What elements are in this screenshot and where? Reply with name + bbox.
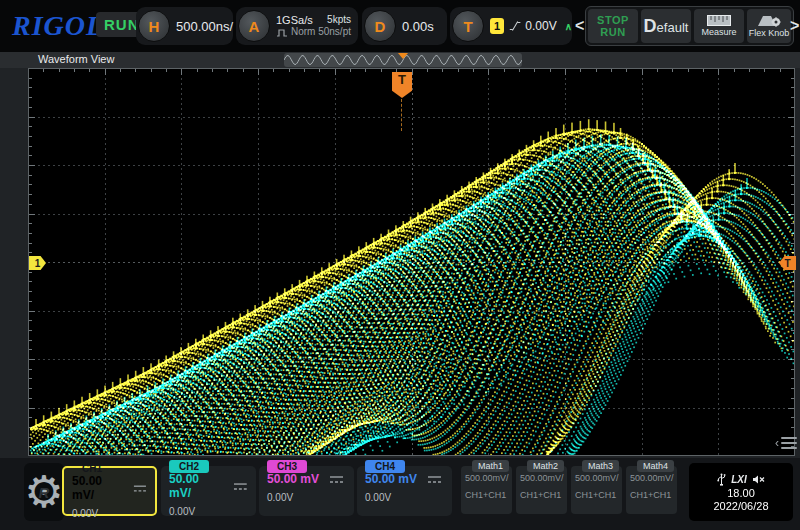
waveform-overview-bar[interactable] bbox=[284, 53, 522, 67]
ch2-scale: 50.00 mV/ bbox=[169, 472, 223, 500]
math2-scale: 500.00mV/ bbox=[520, 473, 567, 483]
dc-coupling-icon bbox=[329, 475, 344, 484]
sample-resolution: 50ns/pt bbox=[318, 26, 351, 38]
trigger-indicator: ∧ bbox=[565, 21, 572, 32]
toolbar-buttons: STOP RUN Default Measure bbox=[585, 6, 794, 46]
horizontal-knob[interactable]: H bbox=[138, 10, 170, 42]
knob-gear-icon bbox=[756, 14, 782, 27]
ch2-tab[interactable]: CH2 bbox=[169, 460, 209, 473]
math1-expression: CH1+CH1 bbox=[465, 490, 512, 500]
oscilloscope-app: RIGOL RUN H 500.00ns/ A 1GSa/s Norm 5kpt… bbox=[0, 0, 800, 530]
math1-tab[interactable]: Math1 bbox=[472, 460, 509, 472]
ch4-scale: 50.00 mV bbox=[365, 472, 417, 486]
ruler-icon bbox=[707, 15, 731, 26]
memory-depth: 5kpts bbox=[318, 14, 351, 26]
top-bar: RIGOL RUN H 500.00ns/ A 1GSa/s Norm 5kpt… bbox=[0, 0, 800, 52]
overview-position-triangle-icon[interactable] bbox=[398, 53, 408, 59]
lxi-badge: LXI bbox=[731, 474, 747, 485]
system-status-box[interactable]: LXI 18.00 2022/06/28 bbox=[689, 463, 793, 521]
ch2-offset: 0.00V bbox=[169, 506, 248, 517]
stop-run-button[interactable]: STOP RUN bbox=[588, 9, 638, 43]
ch4-offset: 0.00V bbox=[365, 492, 444, 503]
trigger-group[interactable]: T 1 0.00V ∧ bbox=[450, 7, 572, 45]
flex-knob-button[interactable]: Flex Knob bbox=[747, 9, 791, 43]
math-box-math3[interactable]: Math3 500.00mV/ CH1+CH1 bbox=[571, 466, 622, 514]
delay-value: 0.00s bbox=[402, 19, 434, 34]
channel-box-ch1[interactable]: CH1 50.00 mV/ 0.00V bbox=[62, 466, 157, 516]
math3-expression: CH1+CH1 bbox=[575, 490, 622, 500]
acquire-knob[interactable]: A bbox=[238, 10, 270, 42]
display-menu-icon[interactable]: ‹ bbox=[777, 436, 797, 452]
trigger-level-value: 0.00V bbox=[525, 19, 556, 33]
system-time: 18.00 bbox=[727, 487, 755, 499]
system-date: 2022/06/28 bbox=[713, 500, 768, 512]
usb-icon bbox=[717, 473, 726, 486]
math4-tab[interactable]: Math4 bbox=[637, 460, 674, 472]
bottom-bar: ⚙ R CH1 50.00 mV/ 0.00V CH2 50.00 mV/ bbox=[0, 458, 800, 530]
delay-group[interactable]: D 0.00s bbox=[362, 7, 447, 45]
math2-tab[interactable]: Math2 bbox=[527, 460, 564, 472]
acquire-group[interactable]: A 1GSa/s Norm 5kpts 50ns/pt bbox=[236, 7, 358, 45]
delay-knob[interactable]: D bbox=[364, 10, 396, 42]
ch1-tab[interactable]: CH1 bbox=[72, 462, 112, 475]
channel-box-ch3[interactable]: CH3 50.00 mV 0.00V bbox=[259, 466, 354, 516]
channel-box-ch2[interactable]: CH2 50.00 mV/ 0.00V bbox=[161, 466, 256, 516]
horizontal-scale-value: 500.00ns/ bbox=[176, 19, 233, 34]
pulse-icon bbox=[276, 28, 288, 37]
tab-strip: Waveform View bbox=[0, 52, 800, 68]
ch3-scale: 50.00 mV bbox=[267, 472, 319, 486]
sample-rate: 1GSa/s bbox=[276, 14, 315, 26]
ch3-tab[interactable]: CH3 bbox=[267, 460, 307, 473]
acquire-mode: Norm bbox=[291, 26, 315, 38]
math2-expression: CH1+CH1 bbox=[520, 490, 567, 500]
speaker-muted-icon bbox=[752, 474, 765, 485]
math-box-math4[interactable]: Math4 500.00mV/ CH1+CH1 bbox=[626, 466, 677, 514]
ch1-scale: 50.00 mV/ bbox=[72, 474, 123, 502]
math-box-math1[interactable]: Math1 500.00mV/ CH1+CH1 bbox=[461, 466, 512, 514]
toolbar-prev-chevron[interactable]: < bbox=[575, 17, 584, 35]
dc-coupling-icon bbox=[427, 475, 442, 484]
trigger-knob[interactable]: T bbox=[452, 10, 484, 42]
measure-button[interactable]: Measure bbox=[694, 9, 744, 43]
waveform-display: 1 T T ‹ bbox=[0, 68, 800, 458]
rigol-logo: RIGOL bbox=[12, 10, 104, 42]
dc-coupling-icon bbox=[133, 484, 147, 493]
math3-tab[interactable]: Math3 bbox=[582, 460, 619, 472]
math4-scale: 500.00mV/ bbox=[630, 473, 677, 483]
ch3-offset: 0.00V bbox=[267, 492, 346, 503]
math-box-math2[interactable]: Math2 500.00mV/ CH1+CH1 bbox=[516, 466, 567, 514]
tab-waveform-view[interactable]: Waveform View bbox=[38, 53, 114, 65]
ch1-offset: 0.00V bbox=[72, 508, 147, 519]
dc-coupling-icon bbox=[233, 482, 248, 491]
rigol-gear-logo[interactable]: ⚙ R bbox=[24, 463, 64, 521]
trigger-position-line bbox=[401, 99, 402, 131]
horizontal-scale-group[interactable]: H 500.00ns/ bbox=[136, 7, 233, 45]
channel-box-ch4[interactable]: CH4 50.00 mV 0.00V bbox=[357, 466, 452, 516]
default-button[interactable]: Default bbox=[641, 9, 691, 43]
math1-scale: 500.00mV/ bbox=[465, 473, 512, 483]
waveform-canvas[interactable] bbox=[28, 68, 795, 456]
rising-edge-icon bbox=[508, 18, 522, 34]
toolbar-next-chevron[interactable]: > bbox=[790, 17, 799, 35]
math3-scale: 500.00mV/ bbox=[575, 473, 622, 483]
ch4-tab[interactable]: CH4 bbox=[365, 460, 405, 473]
trigger-source-badge: 1 bbox=[490, 18, 504, 34]
math4-expression: CH1+CH1 bbox=[630, 490, 677, 500]
